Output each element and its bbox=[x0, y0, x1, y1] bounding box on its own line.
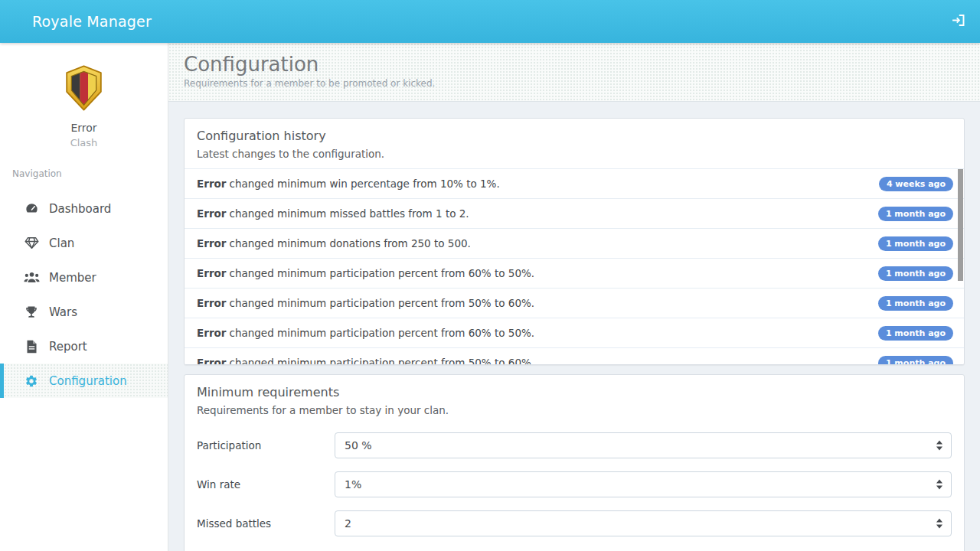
history-card-subtitle: Latest changes to the configuration. bbox=[197, 148, 952, 160]
history-time-badge: 1 month ago bbox=[878, 236, 953, 251]
minimum-requirements-card: Minimum requirements Requirements for a … bbox=[184, 374, 965, 551]
sidebar-item-label: Dashboard bbox=[49, 202, 111, 216]
clan-subtitle: Clash bbox=[0, 137, 168, 148]
clan-badge-icon bbox=[60, 100, 108, 115]
requirements-card-header: Minimum requirements Requirements for a … bbox=[185, 375, 964, 425]
page-subtitle: Requirements for a member to be promoted… bbox=[184, 78, 965, 89]
missed-battles-select[interactable]: 2 bbox=[335, 510, 952, 536]
stepper-icon bbox=[936, 479, 943, 490]
history-text: changed minimum win percentage from 10% … bbox=[229, 178, 871, 190]
history-actor: Error bbox=[197, 267, 226, 279]
scrollbar-thumb[interactable] bbox=[958, 169, 963, 281]
clan-name: Error bbox=[0, 122, 168, 134]
tachometer-icon bbox=[23, 201, 40, 216]
file-icon bbox=[23, 340, 40, 354]
history-time-badge: 1 month ago bbox=[878, 207, 953, 221]
sidebar-item-clan[interactable]: Clan bbox=[0, 226, 168, 260]
topbar: Royale Manager bbox=[0, 0, 980, 43]
sidebar-item-wars[interactable]: Wars bbox=[0, 295, 168, 329]
history-time-badge: 1 month ago bbox=[878, 296, 953, 311]
history-row: Error changed minimum participation perc… bbox=[185, 347, 964, 364]
history-text: changed minimum participation percent fr… bbox=[229, 327, 870, 339]
history-text: changed minimum participation percent fr… bbox=[229, 267, 870, 279]
history-text: changed minimum participation percent fr… bbox=[229, 297, 870, 309]
history-time-badge: 4 weeks ago bbox=[879, 177, 953, 191]
history-actor: Error bbox=[197, 297, 226, 309]
trophy-icon bbox=[23, 305, 40, 319]
sidebar-item-configuration[interactable]: Configuration bbox=[0, 364, 168, 398]
app-title: Royale Manager bbox=[32, 13, 152, 30]
app-root: Royale Manager bbox=[0, 0, 980, 551]
missed-battles-select-value: 2 bbox=[345, 517, 351, 530]
body-row: Error Clash Navigation Dashboard bbox=[0, 43, 980, 551]
history-text: changed minimum donations from 250 to 50… bbox=[229, 237, 870, 249]
gear-icon bbox=[23, 374, 40, 388]
page-content: Configuration history Latest changes to … bbox=[168, 102, 980, 551]
sidebar-nav: Dashboard Clan bbox=[0, 191, 168, 398]
sign-out-button[interactable] bbox=[950, 12, 966, 31]
history-row: Error changed minimum win percentage fro… bbox=[185, 168, 964, 198]
nav-section-label: Navigation bbox=[0, 148, 168, 179]
history-actor: Error bbox=[197, 357, 226, 364]
missed-battles-row: Missed battles 2 bbox=[197, 510, 952, 536]
requirements-card-title: Minimum requirements bbox=[197, 385, 952, 399]
participation-select[interactable]: 50 % bbox=[335, 432, 952, 458]
gem-icon bbox=[23, 236, 40, 249]
history-row: Error changed minimum participation perc… bbox=[185, 258, 964, 288]
clan-summary: Error Clash bbox=[0, 43, 168, 148]
history-actor: Error bbox=[197, 207, 226, 220]
sidebar-item-dashboard[interactable]: Dashboard bbox=[0, 191, 168, 226]
sidebar-item-member[interactable]: Member bbox=[0, 260, 168, 295]
win-rate-select[interactable]: 1% bbox=[335, 471, 952, 497]
history-card-title: Configuration history bbox=[197, 129, 952, 143]
sidebar-item-label: Report bbox=[49, 340, 87, 354]
missed-battles-label: Missed battles bbox=[197, 517, 335, 530]
page-header: Configuration Requirements for a member … bbox=[168, 43, 980, 102]
history-text: changed minimum participation percent fr… bbox=[229, 357, 870, 364]
page-title: Configuration bbox=[184, 53, 965, 76]
history-actor: Error bbox=[197, 178, 226, 190]
sidebar: Error Clash Navigation Dashboard bbox=[0, 43, 168, 551]
participation-label: Participation bbox=[197, 439, 335, 452]
history-row: Error changed minimum donations from 250… bbox=[185, 228, 964, 258]
sidebar-item-label: Member bbox=[49, 271, 96, 285]
sidebar-item-label: Clan bbox=[49, 236, 74, 250]
sidebar-item-label: Wars bbox=[49, 305, 77, 319]
stepper-icon bbox=[936, 518, 943, 529]
users-icon bbox=[23, 272, 40, 283]
sidebar-item-label: Configuration bbox=[49, 374, 127, 388]
history-row: Error changed minimum participation perc… bbox=[185, 318, 964, 347]
history-card-header: Configuration history Latest changes to … bbox=[185, 119, 964, 168]
main-area: Configuration Requirements for a member … bbox=[168, 43, 980, 551]
stepper-icon bbox=[936, 440, 943, 451]
win-rate-row: Win rate 1% bbox=[197, 471, 952, 497]
history-time-badge: 1 month ago bbox=[878, 266, 953, 281]
history-time-badge: 1 month ago bbox=[878, 356, 953, 365]
sidebar-item-report[interactable]: Report bbox=[0, 329, 168, 364]
win-rate-select-value: 1% bbox=[345, 478, 361, 491]
participation-select-value: 50 % bbox=[345, 439, 372, 452]
requirements-card-subtitle: Requirements for a member to stay in you… bbox=[197, 404, 952, 416]
sign-out-icon bbox=[950, 12, 966, 31]
history-row: Error changed minimum missed battles fro… bbox=[185, 198, 964, 228]
configuration-history-card: Configuration history Latest changes to … bbox=[184, 118, 965, 365]
participation-row: Participation 50 % bbox=[197, 432, 952, 458]
history-row: Error changed minimum participation perc… bbox=[185, 288, 964, 318]
history-time-badge: 1 month ago bbox=[878, 326, 953, 341]
requirements-form: Participation 50 % Win rate 1 bbox=[185, 425, 964, 551]
win-rate-label: Win rate bbox=[197, 478, 335, 491]
history-actor: Error bbox=[197, 237, 226, 249]
history-actor: Error bbox=[197, 327, 226, 339]
history-list: Error changed minimum win percentage fro… bbox=[185, 168, 964, 364]
history-text: changed minimum missed battles from 1 to… bbox=[229, 207, 870, 220]
